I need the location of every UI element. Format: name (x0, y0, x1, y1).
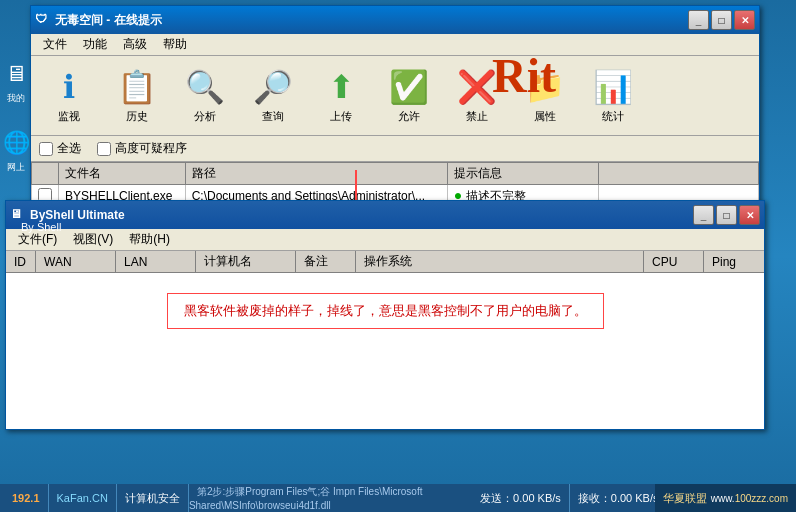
toolbar-history-btn[interactable]: 📋 历史 (107, 63, 167, 128)
col-info: 提示信息 (447, 163, 598, 185)
bottom-logo: 华夏联盟 www. 100zzz.com (655, 484, 796, 512)
byshell-titlebar[interactable]: 🖥 ByShell Ultimate _ □ ✕ (6, 201, 764, 229)
antivirus-menubar: 文件 功能 高级 帮助 (31, 34, 759, 56)
my-computer-label: 我的 (2, 92, 30, 105)
col-filename: 文件名 (59, 163, 186, 185)
antivirus-titlebar-buttons: _ □ ✕ (688, 10, 755, 30)
col-lan: LAN (116, 251, 196, 272)
antivirus-maximize-btn[interactable]: □ (711, 10, 732, 30)
col-path: 路径 (185, 163, 447, 185)
status-kafan: KaFan.CN (49, 484, 117, 512)
byshell-close-btn[interactable]: ✕ (739, 205, 760, 225)
byshell-content: 文件(F) 视图(V) 帮助(H) ID WAN LAN 计算机名 备注 操作系… (6, 229, 764, 429)
byshell-table-header: ID WAN LAN 计算机名 备注 操作系统 CPU Ping (6, 251, 764, 273)
select-all-checkbox[interactable] (39, 142, 53, 156)
antivirus-toolbar: ℹ 监视 📋 历史 🔍 分析 🔎 查询 (31, 56, 759, 136)
options-bar: 全选 高度可疑程序 (31, 136, 759, 162)
menu-file[interactable]: 文件 (35, 34, 75, 55)
byshell-titlebar-buttons: _ □ ✕ (693, 205, 760, 225)
col-checkbox (32, 163, 59, 185)
menu-function[interactable]: 功能 (75, 34, 115, 55)
antivirus-window: 🛡 无毒空间 - 在线提示 _ □ ✕ 文件 功能 高级 帮助 ℹ 监视 (30, 5, 760, 225)
history-label: 历史 (126, 109, 148, 124)
network-label: 网上 (2, 161, 30, 174)
allow-icon: ✅ (389, 67, 429, 107)
status-bar: 192.1 KaFan.CN 计算机安全 第2步:步骤Program Files… (0, 484, 796, 512)
logo-url: www. (711, 493, 735, 504)
query-label: 查询 (262, 109, 284, 124)
logo-text: 华夏联盟 (663, 491, 707, 506)
toolbar-monitor-btn[interactable]: ℹ 监视 (39, 63, 99, 128)
kafan-text: KaFan.CN (57, 492, 108, 504)
high-risk-text: 高度可疑程序 (115, 140, 187, 157)
stats-label: 统计 (602, 109, 624, 124)
analyze-label: 分析 (194, 109, 216, 124)
upload-label: 上传 (330, 109, 352, 124)
monitor-icon: ℹ (49, 67, 89, 107)
col-id: ID (6, 251, 36, 272)
col-cpu: CPU (644, 251, 704, 272)
send-text: 发送：0.00 KB/s (480, 491, 561, 506)
property-label: 属性 (534, 109, 556, 124)
allow-label: 允许 (398, 109, 420, 124)
byshell-message-box: 黑客软件被废掉的样子，掉线了，意思是黑客控制不了用户的电脑了。 (167, 293, 604, 329)
antivirus-title-text: 无毒空间 - 在线提示 (55, 12, 688, 29)
col-ping: Ping (704, 251, 764, 272)
menu-help[interactable]: 帮助 (155, 34, 195, 55)
toolbar-query-btn[interactable]: 🔎 查询 (243, 63, 303, 128)
high-risk-label[interactable]: 高度可疑程序 (97, 140, 187, 157)
receive-text: 接收：0.00 KB/s (578, 491, 659, 506)
forbid-icon: ❌ (457, 67, 497, 107)
status-path-text: 第2步:步骤Program Files气;谷 Impn Files\Micros… (189, 486, 423, 511)
monitor-label: 监视 (58, 109, 80, 124)
upload-icon: ⬆ (321, 67, 361, 107)
byshell-menu-help[interactable]: 帮助(H) (121, 229, 178, 250)
analyze-icon: 🔍 (185, 67, 225, 107)
antivirus-minimize-btn[interactable]: _ (688, 10, 709, 30)
byshell-body: 黑客软件被废掉的样子，掉线了，意思是黑客控制不了用户的电脑了。 (6, 273, 764, 429)
antivirus-content: 文件 功能 高级 帮助 ℹ 监视 📋 历史 🔍 (31, 34, 759, 224)
select-all-label[interactable]: 全选 (39, 140, 81, 157)
byshell-menu-view[interactable]: 视图(V) (65, 229, 121, 250)
forbid-label: 禁止 (466, 109, 488, 124)
stats-icon: 📊 (593, 67, 633, 107)
network-label-text: 计算机安全 (125, 491, 180, 506)
status-send: 发送：0.00 KB/s (472, 484, 570, 512)
byshell-title-text: ByShell Ultimate (30, 208, 693, 222)
byshell-window: 🖥 ByShell Ultimate _ □ ✕ 文件(F) 视图(V) 帮助(… (5, 200, 765, 430)
status-network: 计算机安全 (117, 484, 189, 512)
menu-advanced[interactable]: 高级 (115, 34, 155, 55)
desktop-left-icons: 🖥 我的 🌐 网上 (2, 60, 30, 174)
select-all-text: 全选 (57, 140, 81, 157)
property-icon: 📁 (525, 67, 565, 107)
status-receive: 接收：0.00 KB/s (570, 484, 668, 512)
history-icon: 📋 (117, 67, 157, 107)
col-os: 操作系统 (356, 251, 644, 272)
status-path: 第2步:步骤Program Files气;谷 Impn Files\Micros… (189, 485, 472, 511)
high-risk-checkbox[interactable] (97, 142, 111, 156)
byshell-menubar: 文件(F) 视图(V) 帮助(H) (6, 229, 764, 251)
toolbar-allow-btn[interactable]: ✅ 允许 (379, 63, 439, 128)
byshell-message-text: 黑客软件被废掉的样子，掉线了，意思是黑客控制不了用户的电脑了。 (184, 303, 587, 318)
byshell-desktop-label: By Shell (21, 221, 61, 233)
toolbar-stats-btn[interactable]: 📊 统计 (583, 63, 643, 128)
col-wan: WAN (36, 251, 116, 272)
toolbar-forbid-btn[interactable]: ❌ 禁止 (447, 63, 507, 128)
antivirus-close-btn[interactable]: ✕ (734, 10, 755, 30)
col-tip (599, 163, 759, 185)
col-computer: 计算机名 (196, 251, 296, 272)
antivirus-title-icon: 🛡 (35, 12, 51, 28)
query-icon: 🔎 (253, 67, 293, 107)
toolbar-analyze-btn[interactable]: 🔍 分析 (175, 63, 235, 128)
toolbar-upload-btn[interactable]: ⬆ 上传 (311, 63, 371, 128)
status-ip: 192.1 (4, 484, 49, 512)
byshell-maximize-btn[interactable]: □ (716, 205, 737, 225)
logo-url2: 100zzz.com (735, 493, 788, 504)
byshell-minimize-btn[interactable]: _ (693, 205, 714, 225)
col-remark: 备注 (296, 251, 356, 272)
my-computer-icon[interactable]: 🖥 (2, 60, 30, 88)
status-ip-text: 192.1 (12, 492, 40, 504)
toolbar-property-btn[interactable]: 📁 属性 (515, 63, 575, 128)
network-icon[interactable]: 🌐 (2, 129, 30, 157)
antivirus-titlebar[interactable]: 🛡 无毒空间 - 在线提示 _ □ ✕ (31, 6, 759, 34)
